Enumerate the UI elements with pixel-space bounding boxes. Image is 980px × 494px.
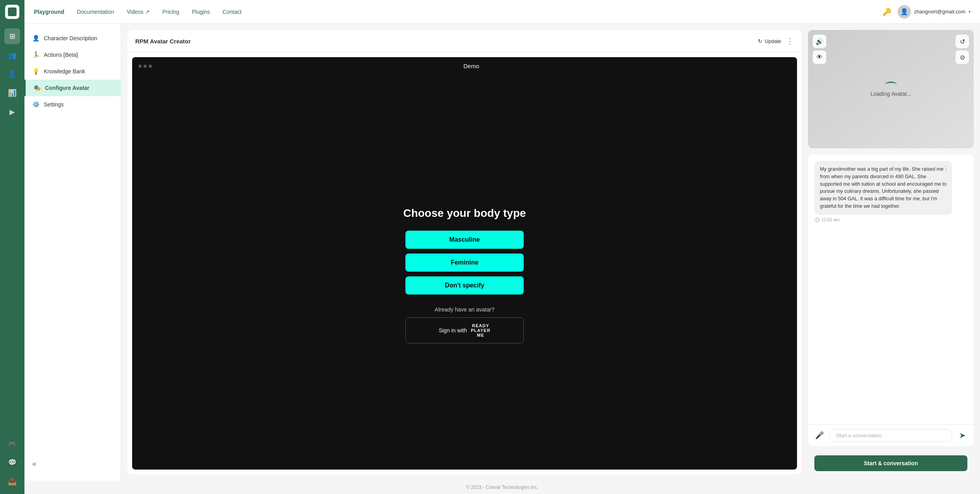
notifications-icon[interactable]: 💬 <box>4 455 20 470</box>
sidebar-item-label: Configure Avatar <box>45 85 90 91</box>
chat-message: My grandmother was a big part of my life… <box>814 161 967 222</box>
rpm-logo: READY PLAYER ME <box>471 323 491 337</box>
chat-panel: My grandmother was a big part of my life… <box>808 155 974 446</box>
dot-2 <box>144 65 147 68</box>
eye-toggle-button[interactable]: 👁 <box>813 50 826 64</box>
demo-dots <box>138 65 152 68</box>
top-nav: Playground Documentation Videos ↗ Pricin… <box>24 0 980 24</box>
demo-body: Choose your body type Masculine Feminine… <box>132 57 797 470</box>
chat-bubble: My grandmother was a big part of my life… <box>814 161 952 215</box>
preview-controls-left: 🔊 👁 <box>813 35 826 64</box>
main-content: RPM Avatar Creator ↻ Update ⋮ <box>121 24 980 481</box>
collapse-sidebar-button[interactable]: « <box>24 453 121 474</box>
chat-input[interactable] <box>829 429 952 442</box>
demo-title: Demo <box>152 63 791 69</box>
chart-icon[interactable]: 📊 <box>4 85 20 101</box>
content-area: 👤 Character Description 🏃 Actions [Beta]… <box>24 24 980 481</box>
chat-message-text: My grandmother was a big part of my life… <box>820 166 946 209</box>
avatar-icon: 🎭 <box>34 84 41 91</box>
sidebar-item-character-description[interactable]: 👤 Character Description <box>24 30 121 47</box>
avatar-loading-text: Loading Avatar... <box>870 82 911 97</box>
clock-icon: 🕐 <box>814 217 820 222</box>
nav-right: 🔑 👤 zhangnort@gmail.com ▾ <box>883 5 971 19</box>
avatar-preview: 🔊 👁 ↺ ⊘ Loading Avatar... <box>808 30 974 148</box>
panel-actions: ↻ Update ⋮ <box>758 36 794 46</box>
sidebar-item-actions-beta[interactable]: 🏃 Actions [Beta] <box>24 47 121 63</box>
secondary-sidebar: 👤 Character Description 🏃 Actions [Beta]… <box>24 24 121 481</box>
chat-timestamp: 🕐 11:02 am <box>814 217 967 222</box>
footer-text: © 2023 - Convai Technologies Inc. <box>466 485 538 490</box>
dot-3 <box>149 65 152 68</box>
avatar-creator-panel: RPM Avatar Creator ↻ Update ⋮ <box>127 30 802 474</box>
refresh-avatar-button[interactable]: ↺ <box>956 35 969 48</box>
mic-button[interactable]: 🎤 <box>813 429 826 442</box>
chevron-down-icon: ▾ <box>969 9 971 14</box>
timestamp-text: 11:02 am <box>821 217 840 222</box>
masculine-button[interactable]: Masculine <box>405 231 524 249</box>
nav-documentation[interactable]: Documentation <box>77 9 114 15</box>
message-menu-icon[interactable]: ⋮ <box>943 164 949 173</box>
nav-videos[interactable]: Videos ↗ <box>127 9 149 15</box>
media-icon[interactable]: ▶ <box>4 104 20 120</box>
nav-playground[interactable]: Playground <box>34 9 64 15</box>
panel-title: RPM Avatar Creator <box>135 38 758 45</box>
nav-plugins[interactable]: Plugins <box>192 9 210 15</box>
settings-avatar-button[interactable]: ⊘ <box>956 50 969 64</box>
users-icon[interactable]: 👥 <box>4 47 20 63</box>
footer: © 2023 - Convai Technologies Inc. <box>24 481 980 494</box>
character-icon: 👤 <box>32 35 40 42</box>
sidebar-item-settings[interactable]: ⚙️ Settings <box>24 96 121 113</box>
loading-arc <box>885 82 897 88</box>
choose-title: Choose your body type <box>403 207 526 220</box>
more-options-icon[interactable]: ⋮ <box>786 36 794 46</box>
app-logo[interactable] <box>5 5 19 19</box>
start-conversation-button[interactable]: Start & conversation <box>814 455 967 471</box>
left-sidebar: ⊞ 👥 👤 📊 ▶ 🎮 💬 📤 <box>0 0 24 494</box>
user-email: zhangnort@gmail.com <box>914 9 965 15</box>
dot-1 <box>138 65 142 68</box>
nav-contact[interactable]: Contact <box>222 9 241 15</box>
audio-toggle-button[interactable]: 🔊 <box>813 35 826 48</box>
demo-header: Demo <box>132 57 797 75</box>
update-button[interactable]: ↻ Update <box>758 38 781 44</box>
sidebar-item-configure-avatar[interactable]: 🎭 Configure Avatar <box>24 80 121 96</box>
panel-header: RPM Avatar Creator ↻ Update ⋮ <box>127 30 802 52</box>
api-key-icon[interactable]: 🔑 <box>883 7 891 16</box>
sidebar-item-knowledge-bank[interactable]: 💡 Knowledge Bank <box>24 63 121 80</box>
already-have-avatar-text: Already have an avatar? <box>435 306 495 313</box>
dont-specify-button[interactable]: Don't specify <box>405 276 524 295</box>
sidebar-item-label: Character Description <box>44 35 97 41</box>
export-icon[interactable]: 📤 <box>4 473 20 489</box>
discord-icon[interactable]: 🎮 <box>4 436 20 451</box>
chat-input-area: 🎤 ➤ <box>808 424 974 446</box>
main-wrapper: Playground Documentation Videos ↗ Pricin… <box>24 0 980 494</box>
avatar: 👤 <box>898 5 911 19</box>
sign-in-with-rpm-button[interactable]: Sign in with READY PLAYER ME <box>405 317 524 343</box>
user-info[interactable]: 👤 zhangnort@gmail.com ▾ <box>898 5 971 19</box>
feminine-button[interactable]: Feminine <box>405 254 524 272</box>
chat-messages: My grandmother was a big part of my life… <box>808 155 974 424</box>
sidebar-item-label: Settings <box>44 101 64 108</box>
knowledge-icon: 💡 <box>32 68 40 75</box>
refresh-icon: ↻ <box>758 38 762 44</box>
actions-icon: 🏃 <box>32 51 40 58</box>
right-panel: 🔊 👁 ↺ ⊘ Loading Avatar... <box>808 30 974 474</box>
person-icon[interactable]: 👤 <box>4 66 20 82</box>
demo-container: Demo Choose your body type Masculine Fem… <box>132 57 797 470</box>
send-button[interactable]: ➤ <box>956 429 969 442</box>
sidebar-item-label: Knowledge Bank <box>44 68 85 75</box>
sidebar-item-label: Actions [Beta] <box>44 52 78 58</box>
nav-pricing[interactable]: Pricing <box>162 9 179 15</box>
sign-in-label: Sign in with <box>439 327 467 334</box>
preview-controls-right: ↺ ⊘ <box>956 35 969 64</box>
dashboard-icon[interactable]: ⊞ <box>4 28 20 44</box>
settings-icon: ⚙️ <box>32 101 40 108</box>
